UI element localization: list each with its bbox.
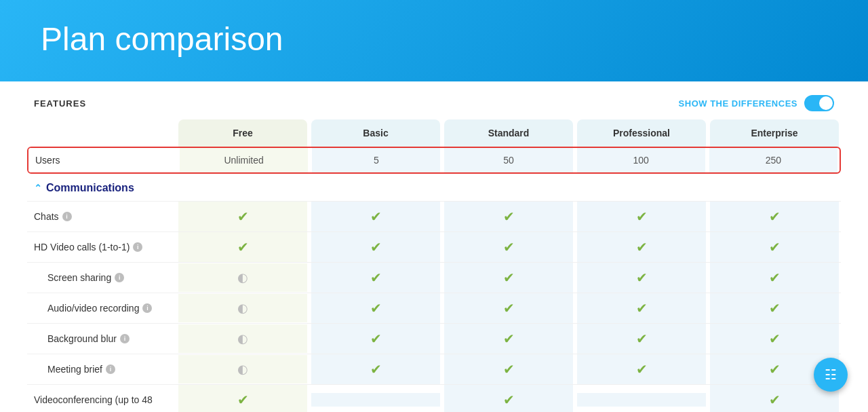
chats-row: Chats i ✔ ✔ ✔ ✔ ✔	[27, 202, 841, 232]
chats-professional-value: ✔	[577, 202, 706, 231]
show-differences-label: SHOW THE DIFFERENCES	[679, 98, 797, 109]
show-differences-toggle[interactable]	[804, 95, 834, 111]
plan-header-standard: Standard	[444, 119, 573, 147]
plan-header-free: Free	[178, 119, 307, 147]
videoconferencing-row: Videoconferencing (up to 48 ✔ ✔ ✔	[27, 385, 841, 412]
av-recording-standard-value: ✔	[444, 293, 573, 323]
meeting-brief-professional-value: ✔	[577, 354, 706, 384]
av-recording-basic-value: ✔	[311, 293, 440, 323]
meeting-brief-row: Meeting brief i ◐ ✔ ✔ ✔ ✔	[27, 354, 841, 385]
av-recording-professional-value: ✔	[577, 293, 706, 323]
screen-sharing-feature-label: Screen sharing i	[27, 265, 176, 290]
hd-video-feature-label: HD Video calls (1-to-1) i	[27, 235, 176, 259]
chats-feature-label: Chats i	[27, 204, 176, 229]
screen-sharing-info-icon[interactable]: i	[115, 273, 124, 282]
videoconferencing-professional-value	[577, 393, 706, 407]
chat-support-button[interactable]: ☷	[814, 358, 848, 392]
background-blur-row: Background blur i ◐ ✔ ✔ ✔ ✔	[27, 324, 841, 354]
chats-basic-value: ✔	[311, 202, 440, 231]
screen-sharing-enterprise-value: ✔	[710, 263, 839, 293]
hd-video-standard-value: ✔	[444, 232, 573, 262]
av-recording-free-value: ◐	[178, 294, 307, 322]
background-blur-basic-value: ✔	[311, 324, 440, 354]
screen-sharing-professional-value: ✔	[577, 263, 706, 293]
hd-video-free-value: ✔	[178, 232, 307, 262]
communications-section-label: Communications	[46, 182, 134, 194]
hd-video-professional-value: ✔	[577, 232, 706, 262]
av-recording-feature-label: Audio/video recording i	[27, 296, 176, 320]
chats-standard-value: ✔	[444, 202, 573, 231]
users-free-value: Unlimited	[180, 148, 308, 172]
chat-button-icon: ☷	[825, 367, 837, 383]
features-label: FEATURES	[34, 98, 183, 109]
hd-video-info-icon[interactable]: i	[133, 242, 142, 252]
av-recording-info-icon[interactable]: i	[142, 303, 152, 313]
videoconferencing-enterprise-value: ✔	[710, 385, 839, 412]
screen-sharing-basic-value: ✔	[311, 263, 440, 293]
plan-header-enterprise: Enterprise	[710, 119, 839, 147]
background-blur-free-value: ◐	[178, 324, 307, 353]
meeting-brief-feature-label: Meeting brief i	[27, 357, 176, 381]
videoconferencing-standard-value: ✔	[444, 385, 573, 412]
background-blur-enterprise-value: ✔	[710, 324, 839, 354]
plan-headers: Free Basic Standard Professional Enterpr…	[27, 119, 841, 147]
meeting-brief-info-icon[interactable]: i	[106, 364, 115, 374]
videoconferencing-basic-value	[311, 393, 440, 407]
users-professional-value: 100	[577, 148, 705, 172]
meeting-brief-standard-value: ✔	[444, 354, 573, 384]
background-blur-professional-value: ✔	[577, 324, 706, 354]
meeting-brief-basic-value: ✔	[311, 354, 440, 384]
background-blur-feature-label: Background blur i	[27, 326, 176, 351]
background-blur-standard-value: ✔	[444, 324, 573, 354]
hd-video-calls-row: HD Video calls (1-to-1) i ✔ ✔ ✔ ✔ ✔	[27, 232, 841, 263]
av-recording-enterprise-value: ✔	[710, 293, 839, 323]
hd-video-enterprise-value: ✔	[710, 232, 839, 262]
chats-free-value: ✔	[178, 202, 307, 231]
plan-header-basic: Basic	[311, 119, 440, 147]
users-enterprise-value: 250	[709, 148, 837, 172]
chevron-up-icon: ⌃	[34, 183, 42, 193]
chats-info-icon[interactable]: i	[62, 212, 72, 221]
users-feature-label: Users	[28, 148, 178, 172]
users-row: Users Unlimited 5 50 100 250	[27, 147, 841, 174]
page-title: Plan comparison	[41, 20, 827, 58]
chats-enterprise-value: ✔	[710, 202, 839, 231]
screen-sharing-row: Screen sharing i ◐ ✔ ✔ ✔ ✔	[27, 263, 841, 293]
av-recording-row: Audio/video recording i ◐ ✔ ✔ ✔ ✔	[27, 293, 841, 324]
users-standard-value: 50	[444, 148, 572, 172]
videoconferencing-feature-label: Videoconferencing (up to 48	[27, 388, 176, 412]
users-basic-value: 5	[312, 148, 440, 172]
meeting-brief-free-value: ◐	[178, 355, 307, 383]
communications-section-header[interactable]: ⌃ Communications	[27, 175, 841, 202]
screen-sharing-standard-value: ✔	[444, 263, 573, 293]
background-blur-info-icon[interactable]: i	[120, 334, 130, 343]
plan-header-professional: Professional	[577, 119, 706, 147]
hd-video-basic-value: ✔	[311, 232, 440, 262]
videoconferencing-free-value: ✔	[178, 385, 307, 412]
screen-sharing-free-value: ◐	[178, 263, 307, 292]
